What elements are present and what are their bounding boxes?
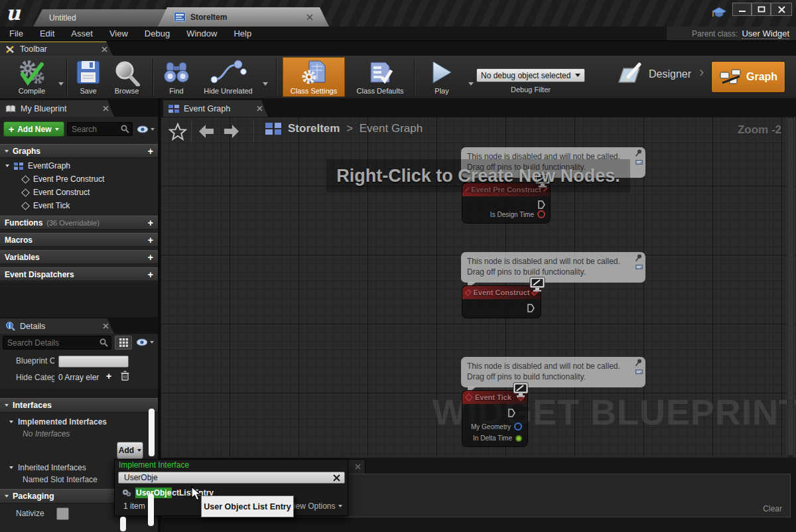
tree-item-event-construct[interactable]: Event Construct — [23, 188, 90, 197]
section-event-dispatchers[interactable]: Event Dispatchers + — [0, 267, 158, 281]
tab-details[interactable]: Details — [0, 318, 114, 334]
menu-window[interactable]: Window — [186, 29, 217, 38]
favorite-star-icon[interactable] — [168, 123, 187, 141]
section-graphs[interactable]: Graphs + — [0, 144, 158, 158]
blueprint-category-field[interactable] — [58, 356, 129, 367]
exec-pin[interactable] — [508, 409, 515, 417]
breadcrumb-root[interactable]: StoreItem — [288, 122, 340, 135]
graph-mode-button[interactable]: Graph — [711, 61, 785, 93]
my-blueprint-search[interactable] — [67, 122, 133, 136]
add-variable-button[interactable]: + — [148, 253, 153, 262]
hide-unrelated-caret[interactable] — [263, 82, 268, 86]
class-defaults-button[interactable]: Class Defaults — [350, 58, 410, 96]
tutorial-cap-icon[interactable] — [711, 6, 727, 19]
close-icon[interactable] — [355, 464, 361, 470]
pushpin-icon[interactable] — [634, 358, 643, 367]
section-functions[interactable]: Functions (36 Overridable) + — [0, 216, 158, 230]
details-eye-caret[interactable] — [150, 341, 154, 344]
event-graph-canvas[interactable]: StoreItem > Event Graph Zoom -2 WIDGET B… — [161, 117, 796, 458]
compile-options-caret[interactable] — [58, 82, 64, 86]
pushpin-icon[interactable] — [634, 253, 643, 262]
search-details-input[interactable] — [6, 338, 100, 348]
tree-item-eventgraph[interactable]: EventGraph — [5, 161, 70, 170]
details-search[interactable] — [3, 336, 111, 350]
breadcrumb-separator: > — [346, 123, 352, 135]
close-icon[interactable] — [257, 105, 263, 111]
close-icon[interactable] — [103, 105, 109, 111]
section-interfaces[interactable]: Interfaces — [0, 398, 158, 413]
view-options-button[interactable]: View Options — [289, 501, 342, 511]
trash-icon[interactable] — [121, 371, 129, 381]
add-function-button[interactable]: + — [148, 218, 153, 228]
node-event-tick[interactable]: Event Tick My Geometry In Delta Time — [462, 390, 528, 447]
menu-asset[interactable]: Asset — [71, 29, 93, 38]
comment-bubble-icon[interactable] — [635, 160, 643, 166]
tab-event-graph[interactable]: Event Graph — [163, 100, 268, 117]
comment-bubble-icon[interactable] — [635, 369, 643, 375]
asset-tab-storeitem[interactable]: StoreItem — [158, 7, 329, 27]
close-window-button[interactable] — [771, 3, 792, 16]
tab-my-blueprint[interactable]: My Blueprint — [0, 100, 114, 117]
search-input[interactable] — [70, 124, 121, 135]
maximize-button[interactable] — [752, 3, 771, 16]
add-new-button[interactable]: + Add New — [3, 121, 64, 137]
section-macros[interactable]: Macros + — [0, 233, 158, 247]
designer-button[interactable]: Designer — [617, 62, 691, 86]
details-scrollbar-thumb[interactable] — [148, 494, 154, 526]
details-scrollbar-thumb[interactable] — [120, 517, 126, 531]
visibility-eye-icon[interactable] — [137, 125, 149, 133]
nativize-checkbox[interactable] — [56, 507, 69, 520]
breadcrumb-current[interactable]: Event Graph — [360, 122, 423, 135]
tree-item-event-tick[interactable]: Event Tick — [23, 201, 70, 210]
interface-search-box[interactable] — [118, 472, 345, 484]
menu-file[interactable]: File — [9, 29, 23, 38]
clear-search-icon[interactable] — [333, 474, 340, 482]
close-icon[interactable] — [103, 323, 109, 329]
is-design-time-pin[interactable]: Is Design Time — [490, 210, 545, 218]
class-settings-button[interactable]: Class Settings — [283, 57, 345, 97]
menu-help[interactable]: Help — [233, 29, 251, 38]
parent-class-link[interactable]: User Widget — [742, 29, 789, 39]
column-divider[interactable] — [56, 352, 56, 389]
close-icon[interactable] — [101, 46, 107, 52]
nav-forward-icon[interactable] — [223, 124, 240, 139]
exec-pin[interactable] — [527, 304, 535, 312]
menu-edit[interactable]: Edit — [40, 29, 54, 38]
close-icon[interactable] — [306, 14, 313, 21]
title-bar: u Untitled StoreItem — [0, 0, 796, 27]
implemented-interfaces-row[interactable]: Implemented Interfaces — [9, 417, 107, 427]
my-geometry-pin[interactable]: My Geometry — [471, 423, 522, 431]
graph-vertical-scrollbar[interactable] — [787, 117, 795, 458]
play-options-caret[interactable] — [468, 82, 474, 86]
section-variables[interactable]: Variables + — [0, 250, 158, 264]
interface-search-input[interactable] — [123, 472, 333, 483]
browse-button[interactable]: Browse — [106, 58, 147, 96]
details-scrollbar-thumb[interactable] — [149, 409, 155, 456]
save-button[interactable]: Save — [73, 58, 103, 96]
pushpin-icon[interactable] — [634, 149, 643, 157]
details-eye-icon[interactable] — [136, 338, 148, 346]
exec-pin[interactable] — [538, 200, 545, 209]
tree-item-event-pre-construct[interactable]: Event Pre Construct — [23, 174, 104, 184]
menu-debug[interactable]: Debug — [145, 29, 170, 38]
nav-back-icon[interactable] — [198, 124, 215, 139]
add-dispatcher-button[interactable]: + — [148, 270, 153, 279]
play-button[interactable]: Play — [423, 58, 460, 96]
property-matrix-button[interactable] — [115, 336, 132, 350]
comment-bubble-icon[interactable] — [635, 265, 643, 271]
add-macro-button[interactable]: + — [148, 235, 153, 245]
minimize-button[interactable] — [732, 3, 752, 16]
debug-object-select[interactable]: No debug object selected — [476, 68, 585, 82]
eye-options-caret[interactable] — [151, 128, 155, 131]
menu-view[interactable]: View — [109, 29, 128, 38]
add-graph-button[interactable]: + — [148, 147, 153, 156]
hide-unrelated-button[interactable]: Hide Unrelated — [198, 58, 259, 96]
inherited-interfaces-row[interactable]: Inherited Interfaces — [9, 463, 86, 472]
add-array-element-button[interactable]: + — [106, 371, 111, 381]
tab-toolbar[interactable]: Toolbar — [0, 41, 113, 56]
add-interface-button[interactable]: Add — [117, 442, 143, 459]
compile-button[interactable]: Compile — [5, 58, 58, 96]
in-delta-time-pin[interactable]: In Delta Time — [473, 434, 522, 442]
clear-button[interactable]: Clear — [763, 504, 782, 513]
find-button[interactable]: Find — [159, 58, 194, 96]
